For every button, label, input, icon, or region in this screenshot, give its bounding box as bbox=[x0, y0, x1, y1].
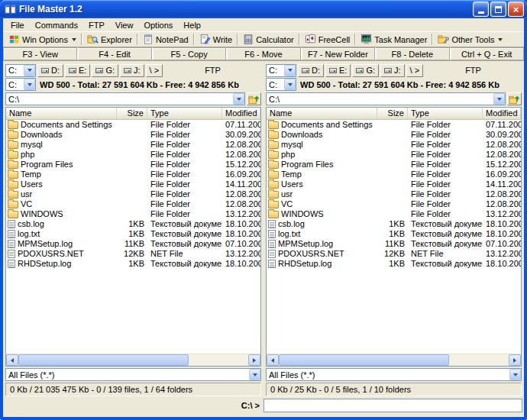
menu-ftp[interactable]: FTP bbox=[83, 20, 110, 31]
file-row[interactable]: phpFile Folder12.08.2009 1 bbox=[267, 150, 521, 160]
file-row[interactable]: MPMSetup.log11KBТекстовый документ07.10.… bbox=[267, 239, 521, 249]
file-row[interactable]: UsersFile Folder14.11.2009 1 bbox=[6, 179, 260, 189]
file-row[interactable]: TempFile Folder16.09.2009 1 bbox=[267, 170, 521, 179]
scrollbar-thumb[interactable] bbox=[279, 354, 449, 366]
f5-copy-button[interactable]: F5 - Copy bbox=[152, 47, 226, 60]
maximize-button[interactable] bbox=[490, 2, 506, 17]
column-header-modified[interactable]: Modified bbox=[222, 108, 260, 119]
drive-select-combo[interactable]: C: bbox=[266, 64, 296, 77]
notepad-button[interactable]: NotePad bbox=[139, 32, 192, 47]
drive-select-combo[interactable]: C: bbox=[5, 64, 36, 77]
file-row[interactable]: Documents and SettingsFile Folder07.11.2… bbox=[6, 120, 260, 130]
scrollbar-track[interactable] bbox=[279, 354, 509, 366]
menu-file[interactable]: File bbox=[5, 20, 30, 31]
up-directory-button[interactable] bbox=[247, 92, 261, 105]
scroll-left-button[interactable] bbox=[6, 354, 18, 366]
file-row[interactable]: RHDSetup.log1KBТекстовый документ18.10.2… bbox=[6, 259, 260, 269]
root-button[interactable]: \ > bbox=[146, 64, 163, 77]
file-row[interactable]: MPMSetup.log11KBТекстовый документ07.10.… bbox=[6, 239, 260, 249]
filter-combo[interactable]: All Files (*.*) bbox=[5, 368, 261, 381]
f7-new-folder-button[interactable]: F7 - New Folder bbox=[301, 47, 375, 60]
write-button[interactable]: Write bbox=[196, 32, 236, 47]
ctrl-q-exit-button[interactable]: Ctrl + Q - Exit bbox=[450, 47, 524, 60]
file-row[interactable]: usrFile Folder12.08.2009 1 bbox=[267, 189, 521, 199]
ftp-button[interactable]: FTP bbox=[199, 64, 226, 77]
horizontal-scrollbar[interactable] bbox=[6, 354, 260, 366]
file-row[interactable]: csb.log1KBТекстовый документ18.10.2009 5 bbox=[267, 219, 521, 229]
disk-select-combo[interactable]: C: bbox=[266, 78, 296, 91]
drive-button-e[interactable]: E: bbox=[65, 64, 90, 77]
other-tools-button[interactable]: Other Tools bbox=[434, 32, 506, 47]
menu-view[interactable]: View bbox=[110, 20, 139, 31]
scrollbar-track[interactable] bbox=[18, 354, 248, 366]
path-combo[interactable]: C:\ bbox=[266, 92, 506, 105]
drive-button-g[interactable]: G: bbox=[352, 64, 379, 77]
menu-options[interactable]: Options bbox=[138, 20, 178, 31]
file-row[interactable]: Documents and SettingsFile Folder07.11.2… bbox=[267, 120, 521, 130]
drive-button-e[interactable]: E: bbox=[325, 64, 351, 77]
file-row[interactable]: usrFile Folder12.08.2009 1 bbox=[6, 189, 260, 199]
column-header-name[interactable]: Name bbox=[6, 108, 117, 119]
file-row[interactable]: VCFile Folder12.08.2009 1 bbox=[6, 199, 260, 209]
file-row[interactable]: mysqlFile Folder12.08.2009 1 bbox=[6, 140, 260, 150]
up-directory-button[interactable] bbox=[507, 92, 522, 105]
minimize-button[interactable] bbox=[473, 2, 489, 17]
file-row[interactable]: csb.log1KBТекстовый документ18.10.2009 5 bbox=[6, 219, 260, 229]
menu-commands[interactable]: Commands bbox=[30, 20, 83, 31]
menu-help[interactable]: Help bbox=[178, 20, 206, 31]
file-row[interactable]: mysqlFile Folder12.08.2009 1 bbox=[267, 140, 521, 150]
file-row[interactable]: Program FilesFile Folder15.12.2009 1 bbox=[6, 160, 260, 170]
f3-view-button[interactable]: F3 - View bbox=[3, 47, 77, 60]
column-header-name[interactable]: Name bbox=[267, 108, 377, 119]
drive-button-g[interactable]: G: bbox=[92, 64, 118, 77]
path-combo[interactable]: C:\ bbox=[5, 92, 245, 105]
combo-dropdown-button[interactable] bbox=[24, 79, 35, 90]
drive-button-j[interactable]: J: bbox=[380, 64, 405, 77]
file-row[interactable]: Program FilesFile Folder15.12.2009 1 bbox=[267, 160, 521, 170]
combo-dropdown-button[interactable] bbox=[284, 79, 296, 90]
f8-delete-button[interactable]: F8 - Delete bbox=[375, 47, 449, 60]
scroll-right-button[interactable] bbox=[509, 354, 521, 366]
file-row[interactable]: log.txt1KBТекстовый документ18.10.2009 5 bbox=[6, 229, 260, 239]
ftp-button[interactable]: FTP bbox=[460, 64, 487, 77]
combo-dropdown-button[interactable] bbox=[233, 93, 244, 105]
file-row[interactable]: log.txt1KBТекстовый документ18.10.2009 5 bbox=[267, 229, 521, 239]
win-options-button[interactable]: Win Options bbox=[5, 32, 80, 47]
combo-dropdown-button[interactable] bbox=[24, 65, 35, 76]
scroll-left-button[interactable] bbox=[267, 354, 279, 366]
explorer-button[interactable]: Explorer bbox=[83, 32, 136, 47]
scrollbar-thumb[interactable] bbox=[18, 354, 189, 366]
file-row[interactable]: PDOXUSRS.NET12KBNET File13.12.2009 1 bbox=[267, 249, 521, 259]
combo-dropdown-button[interactable] bbox=[509, 369, 521, 380]
f4-edit-button[interactable]: F4 - Edit bbox=[77, 47, 151, 60]
filter-combo[interactable]: All Files (*.*) bbox=[266, 368, 522, 381]
file-row[interactable]: WINDOWSFile Folder13.12.2009 1 bbox=[6, 209, 260, 219]
task-manager-button[interactable]: Task Manager bbox=[357, 32, 431, 47]
freecell-button[interactable]: FreeCell bbox=[301, 32, 354, 47]
column-header-size[interactable]: Size bbox=[377, 108, 408, 119]
file-row[interactable]: phpFile Folder12.08.2009 1 bbox=[6, 150, 260, 160]
drive-button-j[interactable]: J: bbox=[120, 64, 144, 77]
file-row[interactable]: RHDSetup.log1KBТекстовый документ18.10.2… bbox=[267, 259, 521, 269]
file-row[interactable]: UsersFile Folder14.11.2009 1 bbox=[267, 179, 521, 189]
drive-button-d[interactable]: D: bbox=[37, 64, 63, 77]
f6-move-button[interactable]: F6 - Move bbox=[226, 47, 300, 60]
horizontal-scrollbar[interactable] bbox=[267, 354, 521, 366]
combo-dropdown-button[interactable] bbox=[493, 93, 505, 105]
root-button[interactable]: \ > bbox=[406, 64, 424, 77]
file-row[interactable]: DownloadsFile Folder30.09.2009 2 bbox=[6, 130, 260, 140]
close-button[interactable]: × bbox=[508, 2, 524, 17]
column-header-size[interactable]: Size bbox=[117, 108, 147, 119]
calculator-button[interactable]: Calculator bbox=[239, 32, 298, 47]
combo-dropdown-button[interactable] bbox=[249, 369, 260, 380]
column-header-type[interactable]: Type bbox=[147, 108, 222, 119]
scroll-right-button[interactable] bbox=[248, 354, 260, 366]
file-row[interactable]: DownloadsFile Folder30.09.2009 2 bbox=[267, 130, 521, 140]
file-row[interactable]: VCFile Folder12.08.2009 1 bbox=[267, 199, 521, 209]
command-input[interactable] bbox=[264, 399, 522, 412]
column-header-modified[interactable]: Modified bbox=[483, 108, 521, 119]
file-row[interactable]: PDOXUSRS.NET12KBNET File13.12.2009 1 bbox=[6, 249, 260, 259]
file-row[interactable]: TempFile Folder16.09.2009 1 bbox=[6, 170, 260, 179]
disk-select-combo[interactable]: C: bbox=[5, 78, 36, 91]
drive-button-d[interactable]: D: bbox=[298, 64, 324, 77]
